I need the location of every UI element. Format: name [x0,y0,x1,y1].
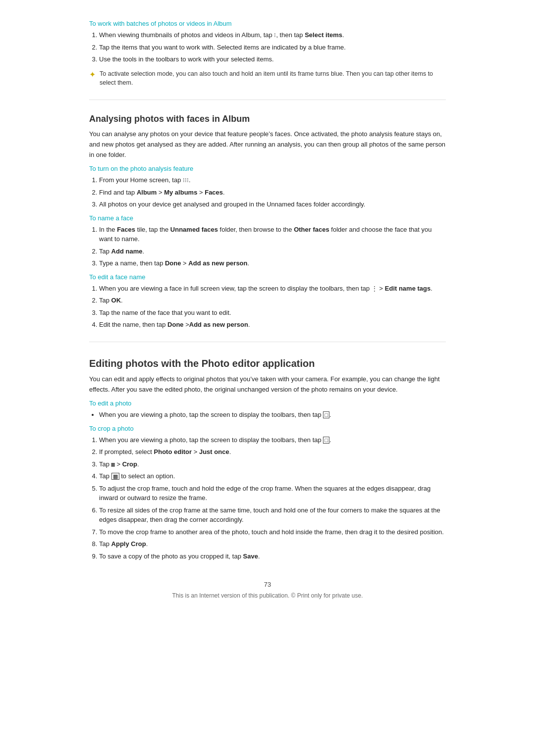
batch-section-heading: To work with batches of photos or videos… [89,20,446,27]
turn-on-step-2: Find and tap Album > My albums > Faces. [99,188,446,198]
section-divider-2 [89,342,446,342]
turn-on-step-3: All photos on your device get analysed a… [99,200,446,209]
analysing-intro: You can analyse any photos on your devic… [89,129,446,160]
turn-on-step-1: From your Home screen, tap ⁝⁝⁝. [99,175,446,185]
note-star-icon: ✦ [89,70,96,79]
page-container: To work with batches of photos or videos… [79,0,456,756]
menu-dots-icon: ⋮ [372,285,377,292]
edit-photo-bullet-1: When you are viewing a photo, tap the sc… [99,410,446,420]
crop-photo-heading: To crop a photo [89,425,446,432]
edit-face-step-1: When you are viewing a face in full scre… [99,284,446,294]
edit-photo-heading: To edit a photo [89,400,446,407]
edit-face-step-4: Edit the name, then tap Done >Add as new… [99,320,446,330]
name-face-step-1: In the Faces tile, tap the Unnamed faces… [99,225,446,244]
edit-face-step-3: Tap the name of the face that you want t… [99,308,446,318]
option-icon: ▩ [111,473,119,480]
edit-icon-2: □ [323,437,329,444]
edit-face-step-2: Tap OK. [99,296,446,305]
batch-steps-list: When viewing thumbnails of photos and vi… [89,30,446,64]
crop-step-3: Tap ▦ > Crop. [99,459,446,469]
edit-face-heading: To edit a face name [89,273,446,281]
section-divider-1 [89,100,446,100]
batch-step-3: Use the tools in the toolbars to work wi… [99,54,446,64]
edit-face-steps: When you are viewing a face in full scre… [89,284,446,330]
menu-icon: ⁝ [274,32,276,39]
turn-on-steps: From your Home screen, tap ⁝⁝⁝. Find and… [89,175,446,209]
crop-tool-icon: ▦ [111,461,115,468]
note-block: ✦ To activate selection mode, you can al… [89,69,446,88]
crop-step-4: Tap ▩ to select an option. [99,471,446,481]
crop-step-9: To save a copy of the photo as you cropp… [99,552,446,561]
editing-intro: You can edit and apply effects to origin… [89,374,446,395]
batch-step-1: When viewing thumbnails of photos and vi… [99,30,446,40]
crop-step-8: Tap Apply Crop. [99,539,446,549]
name-face-step-3: Type a name, then tap Done > Add as new … [99,258,446,268]
page-number: 73 [89,581,446,588]
page-footer: 73 This is an Internet version of this p… [89,581,446,599]
batch-step-2: Tap the items that you want to work with… [99,43,446,52]
crop-step-5: To adjust the crop frame, touch and hold… [99,484,446,503]
legal-text: This is an Internet version of this publ… [89,592,446,599]
name-face-heading: To name a face [89,214,446,222]
name-face-step-2: Tap Add name. [99,247,446,256]
edit-photo-bullets: When you are viewing a photo, tap the sc… [89,410,446,420]
crop-photo-steps: When you are viewing a photo, tap the sc… [89,435,446,561]
crop-step-7: To move the crop frame to another area o… [99,527,446,537]
apps-icon: ⁝⁝⁝ [183,177,189,184]
crop-step-1: When you are viewing a photo, tap the sc… [99,435,446,445]
turn-on-heading: To turn on the photo analysis feature [89,165,446,172]
crop-step-6: To resize all sides of the crop frame at… [99,505,446,525]
note-text: To activate selection mode, you can also… [100,69,446,88]
edit-icon: □ [323,411,329,418]
name-face-steps: In the Faces tile, tap the Unnamed faces… [89,225,446,268]
crop-step-2: If prompted, select Photo editor > Just … [99,447,446,457]
analysing-heading: Analysing photos with faces in Album [89,114,446,124]
editing-heading: Editing photos with the Photo editor app… [89,358,446,369]
